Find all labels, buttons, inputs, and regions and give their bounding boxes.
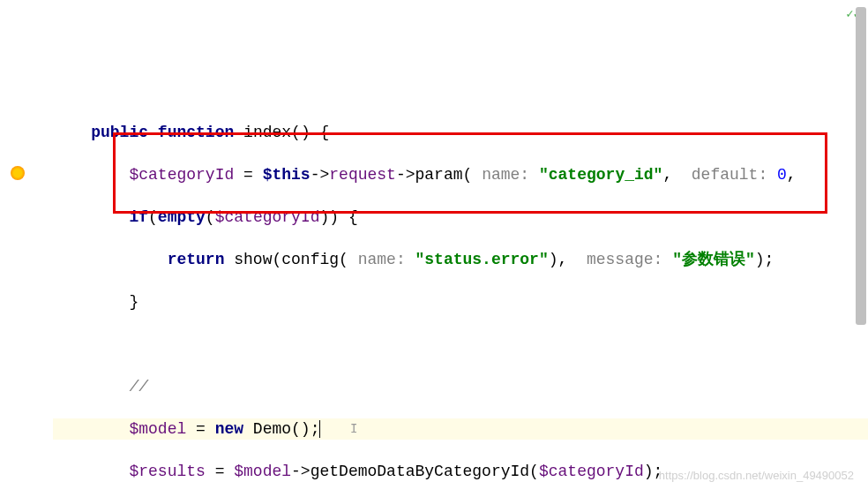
code-line: public function index() { (53, 122, 868, 143)
lightbulb-icon[interactable] (11, 166, 25, 180)
code-line-active: $model = new Demo(); I (53, 418, 868, 440)
code-line (53, 334, 868, 355)
watermark-text: https://blog.csdn.net/weixin_49490052 (659, 465, 854, 486)
editor-gutter (0, 0, 35, 497)
code-content[interactable]: ✓✓ public function index() { $categoryId… (35, 0, 868, 497)
code-line: // (53, 376, 868, 397)
code-editor[interactable]: ✓✓ public function index() { $categoryId… (0, 0, 868, 497)
code-line: if(empty($categoryId)) { (53, 207, 868, 228)
ibeam-icon: I (320, 418, 357, 440)
code-line: $categoryId = $this->request->param( nam… (53, 164, 868, 185)
code-line: } (53, 291, 868, 313)
code-line: return show(config( name: "status.error"… (53, 249, 868, 270)
